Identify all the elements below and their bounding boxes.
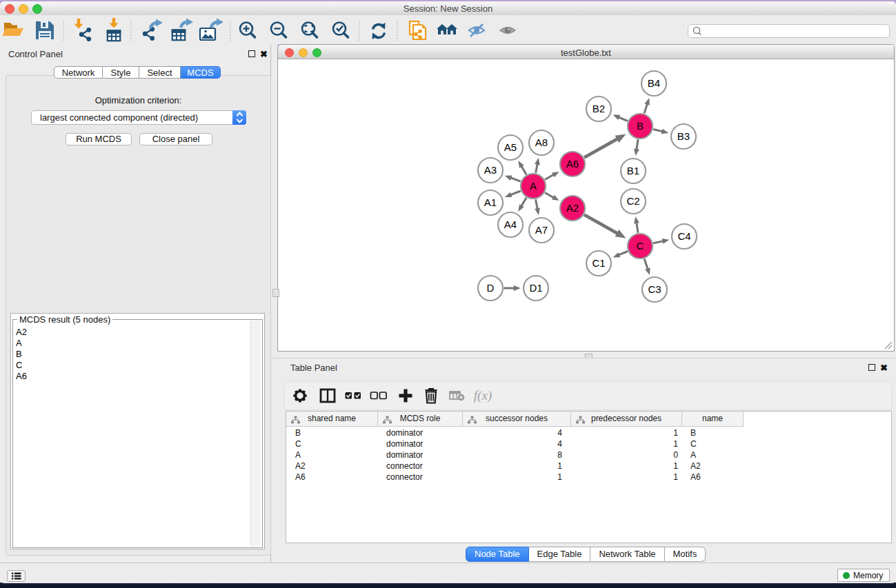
- svg-text:B1: B1: [627, 165, 639, 176]
- svg-text:C4: C4: [677, 230, 690, 242]
- svg-text:A1: A1: [484, 196, 497, 208]
- svg-text:C2: C2: [626, 195, 639, 207]
- svg-text:A8: A8: [535, 136, 548, 148]
- svg-text:C3: C3: [648, 283, 661, 295]
- svg-text:C1: C1: [592, 257, 605, 269]
- svg-text:A: A: [530, 180, 537, 192]
- svg-text:A7: A7: [535, 224, 548, 236]
- svg-text:B3: B3: [677, 130, 690, 142]
- svg-text:A3: A3: [484, 164, 497, 176]
- svg-text:D: D: [487, 282, 495, 294]
- svg-text:A6: A6: [566, 158, 579, 170]
- svg-text:D1: D1: [529, 282, 542, 294]
- svg-text:f(x): f(x): [474, 388, 492, 403]
- svg-text:A4: A4: [504, 219, 517, 230]
- svg-text:B2: B2: [593, 103, 605, 114]
- svg-text:A5: A5: [504, 141, 517, 153]
- svg-text:A2: A2: [566, 202, 579, 214]
- svg-text:C: C: [637, 240, 644, 252]
- svg-text:B: B: [637, 120, 644, 132]
- svg-text:B4: B4: [648, 77, 660, 89]
